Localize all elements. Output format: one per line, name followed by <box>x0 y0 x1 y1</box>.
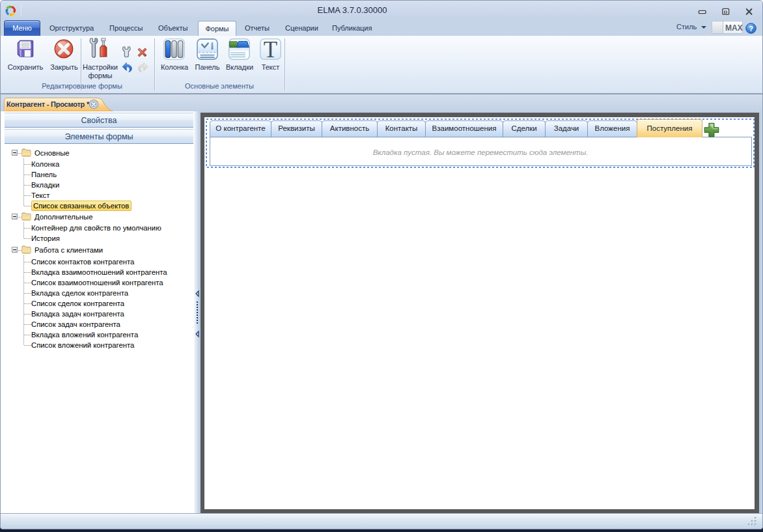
svg-text:T: T <box>264 38 277 60</box>
svg-text:?: ? <box>749 25 753 33</box>
